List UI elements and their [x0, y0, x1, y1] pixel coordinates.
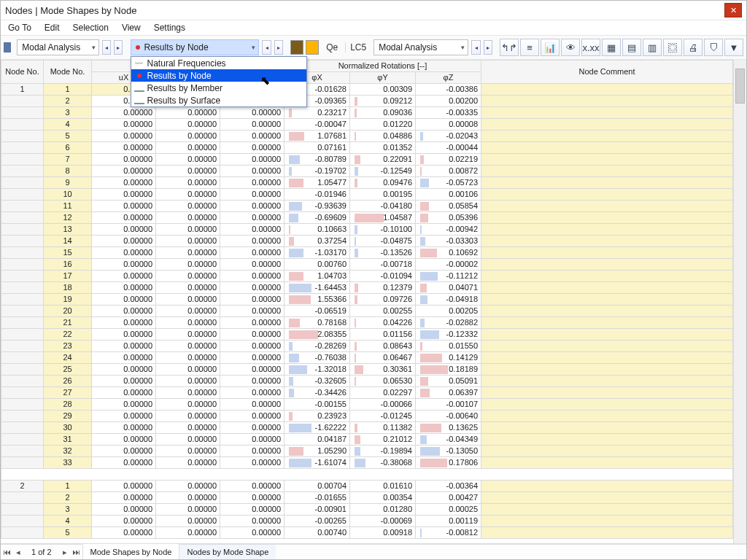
cell[interactable]: 0.00000	[156, 457, 220, 469]
cell-comment[interactable]	[481, 201, 733, 212]
cell[interactable]: 0.00000	[92, 364, 156, 376]
cell-comment[interactable]	[481, 481, 733, 492]
cell-mode[interactable]: 28	[44, 399, 92, 411]
results-prev-button[interactable]: ◂	[262, 40, 271, 55]
cell[interactable]: 0.05854	[416, 201, 481, 212]
cell-comment[interactable]	[481, 154, 733, 166]
vertical-scrollbar[interactable]	[733, 60, 746, 543]
analysis-combo[interactable]: Modal Analysis ▾	[17, 39, 99, 55]
lc-next-button[interactable]: ▸	[484, 40, 492, 55]
cell[interactable]: 0.00000	[92, 247, 156, 259]
cell[interactable]: 0.10663	[285, 224, 350, 236]
table-row[interactable]: 40.000000.000000.00000-0.000470.012200.0…	[1, 119, 733, 131]
cell[interactable]: 0.00000	[220, 364, 285, 376]
cell[interactable]: 0.00000	[156, 387, 220, 399]
cell[interactable]: -1.62222	[285, 422, 350, 434]
sheet-tab-nodes-by-mode-shape[interactable]: Nodes by Mode Shape	[179, 545, 276, 559]
cell-comment[interactable]	[481, 516, 733, 527]
cell[interactable]: 0.00000	[92, 224, 156, 236]
table-row[interactable]: 130.000000.000000.000000.10663-0.10100-0…	[1, 224, 733, 236]
cell[interactable]: 0.00000	[92, 189, 156, 201]
results-option-natural-frequencies[interactable]: 〰Natural Frequencies	[131, 57, 306, 69]
cell[interactable]: -1.03170	[285, 247, 350, 259]
cell-mode[interactable]: 9	[44, 177, 92, 189]
cell[interactable]: 0.00000	[220, 457, 285, 469]
cell[interactable]: 0.22091	[350, 154, 416, 166]
cell[interactable]: 1.04703	[285, 271, 350, 282]
cell[interactable]: 0.00000	[220, 492, 285, 504]
cell[interactable]: 0.00000	[220, 107, 285, 119]
cell-mode[interactable]: 1	[44, 84, 92, 96]
cell[interactable]: -0.00812	[416, 527, 481, 539]
cell[interactable]: 0.00000	[220, 306, 285, 317]
cell-node[interactable]	[1, 434, 44, 446]
cell-comment[interactable]	[481, 294, 733, 306]
cell[interactable]: 0.00000	[92, 317, 156, 329]
cell-node[interactable]	[1, 154, 44, 166]
cell[interactable]: 0.00000	[156, 446, 220, 457]
cell[interactable]: 0.05396	[416, 212, 481, 224]
cell[interactable]: 0.09476	[350, 177, 416, 189]
cell[interactable]: 0.00000	[156, 376, 220, 387]
results-option-results-by-member[interactable]: Results by Member	[131, 82, 306, 94]
cell[interactable]: 0.00000	[220, 434, 285, 446]
cell[interactable]: 0.00000	[220, 352, 285, 364]
table-row[interactable]: 20.000000.000000.00000-0.016550.003540.0…	[1, 492, 733, 504]
cell[interactable]: -0.12332	[416, 329, 481, 341]
cell-mode[interactable]: 27	[44, 387, 92, 399]
cell-comment[interactable]	[481, 166, 733, 177]
toolbar-action-8[interactable]: ⿴	[663, 39, 682, 56]
cell-comment[interactable]	[481, 131, 733, 142]
cell[interactable]: 0.00000	[156, 247, 220, 259]
cell[interactable]: -0.28269	[285, 341, 350, 352]
table-row[interactable]: 60.000000.000000.000000.071610.01352-0.0…	[1, 142, 733, 154]
cell[interactable]: -0.00107	[416, 399, 481, 411]
cell[interactable]: 0.00000	[92, 154, 156, 166]
page-first-button[interactable]: ⏮	[1, 547, 12, 557]
cell-mode[interactable]: 2	[44, 492, 92, 504]
cell[interactable]: 0.06530	[350, 376, 416, 387]
cell[interactable]: -0.05723	[416, 177, 481, 189]
cell[interactable]: 0.01220	[350, 119, 416, 131]
cell-comment[interactable]	[481, 212, 733, 224]
menu-edit[interactable]: Edit	[39, 21, 66, 34]
toolbar-action-4[interactable]: x.xx	[581, 39, 600, 56]
cell-node[interactable]	[1, 177, 44, 189]
cell[interactable]: 0.00000	[220, 411, 285, 422]
cell[interactable]: 0.00000	[92, 142, 156, 154]
cell[interactable]: 0.17806	[416, 457, 481, 469]
cell[interactable]: 0.00000	[156, 212, 220, 224]
color-swatch-orange[interactable]	[306, 40, 319, 55]
cell[interactable]: 0.00195	[350, 189, 416, 201]
cell[interactable]: 0.00000	[92, 212, 156, 224]
cell[interactable]: -0.76038	[285, 352, 350, 364]
cell[interactable]: 0.00000	[92, 399, 156, 411]
cell[interactable]: 0.00000	[92, 271, 156, 282]
cell[interactable]: 2.08355	[285, 329, 350, 341]
cell[interactable]: -0.00002	[416, 259, 481, 271]
page-prev-button[interactable]: ◂	[13, 547, 23, 557]
cell-mode[interactable]: 3	[44, 504, 92, 516]
cell[interactable]: 0.00000	[92, 411, 156, 422]
cell-comment[interactable]	[481, 177, 733, 189]
cell[interactable]: 1.05477	[285, 177, 350, 189]
colgroup-rotations[interactable]: Normalized Rotations [--]	[285, 61, 481, 72]
results-next-button[interactable]: ▸	[274, 40, 283, 55]
cell-comment[interactable]	[481, 224, 733, 236]
cell-comment[interactable]	[481, 504, 733, 516]
cell-node[interactable]	[1, 282, 44, 294]
cell[interactable]: 0.01156	[350, 329, 416, 341]
cell[interactable]: 0.00000	[156, 411, 220, 422]
cell[interactable]: -0.13526	[350, 247, 416, 259]
cell-node[interactable]	[1, 96, 44, 107]
cell[interactable]: 0.00000	[156, 166, 220, 177]
cell[interactable]: 0.00000	[92, 422, 156, 434]
cell[interactable]: -0.01946	[285, 189, 350, 201]
cell[interactable]: 0.04071	[416, 282, 481, 294]
cell-comment[interactable]	[481, 457, 733, 469]
cell[interactable]: 0.00000	[220, 516, 285, 527]
cell[interactable]: 0.00000	[220, 131, 285, 142]
toolbar-action-5[interactable]: ▦	[602, 39, 621, 56]
cell[interactable]: 0.18189	[416, 364, 481, 376]
cell[interactable]: 0.00000	[92, 457, 156, 469]
